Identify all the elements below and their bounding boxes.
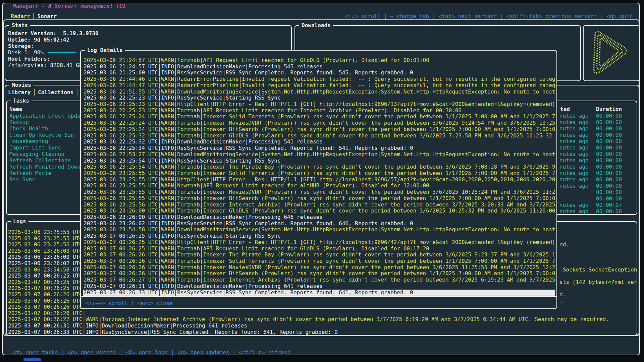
task-last-executed: nutes ago (559, 157, 589, 164)
managarr-screen: Managarr - A Servarr management TUI Rada… (0, 0, 644, 362)
log-row[interactable]: 2025-03-07 00:26:33 UTC|INFO|RssSyncServ… (8, 329, 637, 336)
task-duration: 00:00:00 (596, 176, 622, 183)
log-detail-line[interactable]: 2025-03-06 21:51:55 UTC|WARN|DownloadMon… (83, 89, 555, 95)
disk-usage-gauge (48, 52, 76, 53)
task-duration: 00:00:00 (596, 189, 622, 195)
log-row-fragment (559, 329, 637, 336)
task-last-executed: nutes ago (559, 151, 589, 157)
log-detail-line[interactable]: 2025-03-07 00:26:31 UTC|INFO|DownloadDec… (83, 283, 555, 290)
log-detail-line[interactable]: 2025-03-06 22:25:24 UTC|WARN|Torznab|Ind… (83, 114, 555, 120)
log-detail-line[interactable]: 2025-03-06 22:25:23 UTC|WARN|Torznab|API… (83, 108, 555, 114)
task-duration: 00:00:00 (596, 170, 622, 176)
log-detail-line[interactable]: 2025-03-06 23:25:55 UTC|WARN|Newznab|API… (83, 183, 555, 189)
stats-root-folder-value: /nfs/movies: 8208.41 GB f (8, 62, 89, 68)
task-row-times: nutes ago00:00:00 (559, 208, 637, 215)
log-detail-line[interactable]: 2025-03-06 23:25:55 UTC|WARN|HttpClient|… (83, 177, 555, 183)
log-row-fragment (559, 304, 637, 310)
task-last-executed: nutes ago (559, 208, 589, 215)
log-row[interactable]: 2025-03-07 00:26:31 UTC|INFO|DownloadDec… (8, 323, 637, 329)
log-row-fragment: ed. (559, 242, 637, 248)
task-last-executed: nutes ago (559, 176, 589, 183)
log-detail-line[interactable]: 2025-03-06 22:25:32 UTC|INFO|DownloadDec… (83, 139, 555, 145)
task-row-times: nutes ago00:00:00 (559, 125, 637, 132)
log-detail-line[interactable]: 2025-03-06 22:25:23 UTC|INFO|RssSyncServ… (83, 95, 555, 101)
log-detail-line[interactable]: 2025-03-06 23:26:00 UTC|INFO|DownloadDec… (83, 214, 555, 221)
tab-library[interactable]: Library (8, 89, 31, 96)
log-detail-line[interactable]: 2025-03-07 00:26:26 UTC|WARN|Torznab|Ind… (83, 270, 555, 277)
task-duration: 00:00:07 (596, 202, 622, 208)
log-detail-line[interactable]: 2025-03-06 21:25:00 UTC|INFO|RssSyncServ… (83, 70, 555, 76)
task-duration: 00:00:00 (596, 113, 622, 119)
logo-panel (583, 25, 640, 81)
stats-disk-label: Disk 1: 90% (8, 49, 44, 56)
task-duration: 00:00:00 (596, 208, 622, 215)
task-duration: 00:00:00 (596, 119, 622, 125)
task-duration: 00:00:00 (596, 183, 622, 189)
log-detail-line[interactable]: 2025-03-06 23:25:54 UTC|WARN|Torznab|Ind… (83, 164, 555, 170)
log-row[interactable]: 2025-03-07 00:26:26 UTC| (8, 310, 637, 317)
log-detail-line[interactable]: 2025-03-06 23:25:55 UTC|WARN|Torznab|Ind… (83, 170, 555, 177)
log-row-fragment (559, 236, 637, 242)
modal-separator (81, 296, 556, 297)
tab-sonarr[interactable]: Sonarr (37, 13, 57, 19)
log-row-fragment (559, 310, 637, 317)
log-detail-line[interactable]: 2025-03-07 00:26:25 UTC|WARN|Torznab|API… (83, 246, 555, 252)
task-row-times: 00:00:00 (559, 195, 637, 202)
log-detail-line[interactable]: 2025-03-06 21:24:57 UTC|INFO|DownloadDec… (83, 64, 555, 70)
log-detail-line[interactable]: 2025-03-07 00:26:26 UTC|WARN|Torznab|Ind… (83, 264, 555, 271)
tasks-duration-header: Duration (596, 106, 622, 112)
tab-separator: │ (30, 13, 38, 19)
log-detail-line[interactable]: 2025-03-07 00:26:26 UTC|WARN|Torznab|Ind… (83, 252, 555, 258)
log-detail-line[interactable]: 2025-03-06 21:44:46 UTC|WARN|RadarrError… (83, 76, 555, 82)
log-detail-line[interactable]: 2025-03-06 22:25:24 UTC|WARN|Torznab|Ind… (83, 120, 555, 126)
log-row-fragment: sts (142 bytes)<?xml versi (559, 279, 637, 286)
log-details-modal: Log Details 2025-03-06 21:24:57 UTC|WARN… (80, 50, 557, 309)
radarr-logo-icon (593, 30, 630, 77)
log-detail-line[interactable]: 2025-03-07 00:26:27 UTC|WARN|Torznab|Ind… (83, 277, 555, 283)
log-detail-line[interactable]: 2025-03-06 23:25:56 UTC|WARN|Torznab|Ind… (83, 202, 555, 208)
task-duration: 00:00:00 (596, 132, 622, 138)
logs-panel-title: Logs (11, 218, 29, 225)
task-duration: 00:00:00 (596, 164, 622, 170)
tab-radarr[interactable]: Radarr (11, 13, 30, 19)
log-detail-line[interactable]: 2025-03-06 23:25:54 UTC|INFO|RssSyncServ… (83, 158, 555, 164)
tab-separator: │ (73, 89, 81, 96)
task-row-times: nutes ago00:00:00 (559, 144, 637, 151)
task-row-times: nutes ago00:00:00 (559, 176, 637, 183)
log-detail-line[interactable]: 2025-03-06 23:26:02 UTC|INFO|RssSyncServ… (83, 221, 555, 227)
log-detail-line[interactable]: 2025-03-06 22:25:23 UTC|WARN|HttpClient|… (83, 101, 555, 108)
log-detail-line[interactable]: 2025-03-06 23:25:55 UTC|WARN|Torznab|Ind… (83, 195, 555, 202)
header-keybind-hints: <↑↓> scroll | ↔ change tab | <tab> next … (345, 13, 633, 20)
log-detail-line[interactable]: 2025-03-07 00:26:25 UTC|WARN|HttpClient|… (83, 239, 555, 246)
movies-panel-title: Movies (9, 82, 34, 88)
log-detail-line[interactable]: 2025-03-06 22:25:34 UTC|INFO|RssSyncServ… (83, 145, 555, 152)
log-detail-line[interactable]: 2025-03-07 00:26:33 UTC|INFO|RssSyncServ… (83, 290, 555, 296)
tab-separator: │ (31, 89, 38, 96)
task-last-executed: nutes ago (559, 125, 589, 132)
task-duration: 00:00:00 (596, 125, 622, 132)
log-detail-line[interactable]: 2025-03-06 21:24:57 UTC|WARN|Torznab|API… (83, 57, 555, 64)
tab-collections[interactable]: Collections (38, 89, 73, 96)
footer-keybind-hints: <t> open tasks | <e> open events | <l> o… (13, 349, 290, 356)
log-detail-line[interactable]: 2025-03-07 00:26:26 UTC|WARN|Torznab|Ind… (83, 258, 555, 264)
task-row-times: nutes ago00:00:00 (559, 132, 637, 138)
log-detail-line[interactable]: 2025-03-06 23:26:00 UTC|WARN|Torznab|Ind… (83, 208, 555, 214)
log-detail-line[interactable]: 2025-03-07 00:26:25 UTC|INFO|RssSyncServ… (83, 233, 555, 239)
log-detail-line[interactable]: 2025-03-06 23:54:58 UTC|WARN|DownloadMon… (83, 227, 555, 233)
task-last-executed: nutes ago (559, 164, 589, 170)
log-row-fragment (559, 260, 637, 267)
stats-root-folders-label: Root Folders: (8, 56, 50, 62)
log-detail-line[interactable]: 2025-03-06 23:25:55 UTC|WARN|Torznab|Ind… (83, 189, 555, 195)
movies-tabbar: Library│Collections│ (8, 89, 81, 96)
task-last-executed: nutes ago (559, 138, 589, 144)
log-detail-line[interactable]: 2025-03-06 22:25:24 UTC|WARN|Torznab|Ind… (83, 126, 555, 133)
task-row-times: nutes ago00:00:00 (559, 170, 637, 176)
log-detail-line[interactable]: 2025-03-06 22:53:27 UTC|WARN|DownloadMon… (83, 152, 555, 158)
task-row-times: nutes ago00:00:00 (559, 157, 637, 164)
task-last-executed: nutes ago (559, 113, 589, 119)
task-duration: 00:00:00 (596, 144, 622, 151)
log-detail-line[interactable]: 2025-03-06 21:44:47 UTC|WARN|RadarrError… (83, 82, 555, 89)
log-detail-line[interactable]: 2025-03-06 22:25:32 UTC|WARN|Torznab|Ind… (83, 133, 555, 139)
downloads-panel-title: Downloads (299, 22, 333, 29)
log-row[interactable]: 2025-03-07 00:26:27 UTC|WARN|Torznab|Ind… (8, 316, 637, 323)
